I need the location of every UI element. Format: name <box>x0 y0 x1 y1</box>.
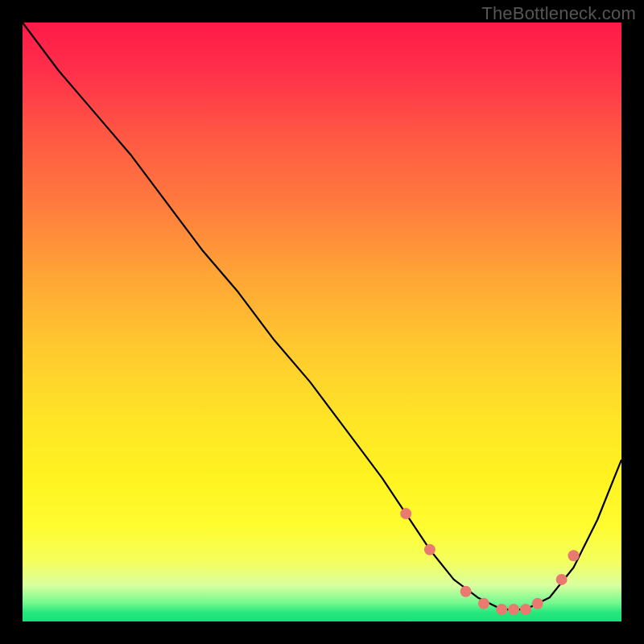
marker-point <box>568 550 580 561</box>
plot-area <box>23 23 621 621</box>
marker-point <box>460 586 472 597</box>
marker-group <box>400 508 579 615</box>
marker-point <box>532 598 543 609</box>
watermark-text: TheBottleneck.com <box>481 3 636 24</box>
marker-point <box>424 544 436 555</box>
marker-point <box>478 598 489 609</box>
chart-frame: TheBottleneck.com <box>0 0 644 644</box>
marker-point <box>520 604 531 615</box>
marker-point <box>400 508 411 519</box>
marker-point <box>556 574 568 585</box>
bottleneck-curve <box>23 23 621 609</box>
marker-point <box>496 604 507 615</box>
marker-point <box>508 604 519 615</box>
curve-svg <box>23 23 621 621</box>
